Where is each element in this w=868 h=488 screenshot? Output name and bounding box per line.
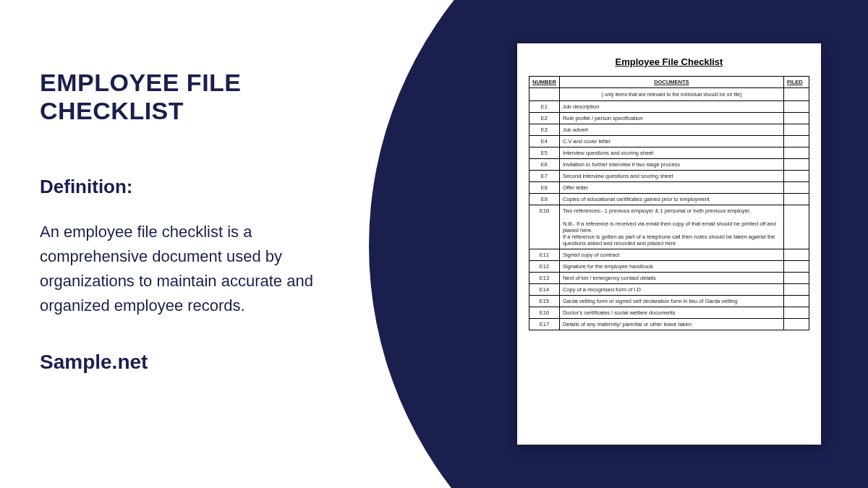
table-row: E9Copies of educational certificates gai…: [529, 194, 809, 205]
table-row: E17Details of any maternity/ parental or…: [529, 319, 809, 330]
table-row: E10Two references:- 1 previous employer …: [529, 205, 809, 249]
header-documents: DOCUMENTS: [559, 77, 783, 88]
row-filed: [784, 182, 809, 194]
page-title: EMPLOYEE FILE CHECKLIST: [40, 69, 387, 125]
table-row: E14Copy of a recognised form of I.D: [529, 284, 809, 296]
table-row: E15Garda vetting form or signed self dec…: [529, 296, 809, 307]
row-number: E9: [529, 194, 560, 205]
row-document: Details of any maternity/ parental or ot…: [559, 319, 783, 330]
doc-title: Employee File Checklist: [529, 56, 809, 67]
row-document: Two references:- 1 previous employer & 1…: [559, 205, 783, 249]
brand-name: Sample.net: [40, 351, 387, 374]
row-document: Job description: [559, 101, 783, 113]
row-number: E10: [529, 205, 560, 249]
row-number: E8: [529, 182, 560, 194]
row-filed: [784, 113, 809, 124]
left-panel: EMPLOYEE FILE CHECKLIST Definition: An e…: [40, 69, 387, 374]
row-document: C.V and cover letter: [559, 136, 783, 147]
row-filed: [784, 284, 809, 296]
row-filed: [784, 171, 809, 182]
row-document: Invitation to further interview if two s…: [559, 159, 783, 171]
row-document: Signed copy of contract: [559, 249, 783, 261]
table-row: E13Next of kin / emergency contact detai…: [529, 273, 809, 284]
row-document: Copies of educational certificates gaine…: [559, 194, 783, 205]
row-document: Garda vetting form or signed self declar…: [559, 296, 783, 307]
checklist-table: NUMBER DOCUMENTS FILED ( only items that…: [529, 76, 809, 330]
definition-label: Definition:: [40, 176, 387, 198]
row-filed: [784, 307, 809, 319]
row-number: E14: [529, 284, 560, 296]
table-row: E1Job description: [529, 101, 809, 113]
row-document: Interview questions and scoring sheet: [559, 147, 783, 159]
row-filed: [784, 261, 809, 273]
table-row: E16Doctor's certificates / social welfar…: [529, 307, 809, 319]
row-filed: [784, 194, 809, 205]
document-preview: Employee File Checklist NUMBER DOCUMENTS…: [517, 43, 821, 445]
row-document: Second interview questions and scoring s…: [559, 171, 783, 182]
table-row: E7Second interview questions and scoring…: [529, 171, 809, 182]
row-number: E15: [529, 296, 560, 307]
row-filed: [784, 136, 809, 147]
row-document: Doctor's certificates / social welfare d…: [559, 307, 783, 319]
row-number: E3: [529, 124, 560, 136]
row-document: Job advert: [559, 124, 783, 136]
table-row: E12Signature for the employee handbook: [529, 261, 809, 273]
row-filed: [784, 205, 809, 249]
table-header-row: NUMBER DOCUMENTS FILED: [529, 77, 809, 88]
row-document: Next of kin / emergency contact details: [559, 273, 783, 284]
row-number: E1: [529, 101, 560, 113]
row-number: E2: [529, 113, 560, 124]
row-filed: [784, 249, 809, 261]
row-number: E7: [529, 171, 560, 182]
row-number: E17: [529, 319, 560, 330]
row-document: Role profile / person specification: [559, 113, 783, 124]
row-filed: [784, 147, 809, 159]
header-number: NUMBER: [529, 77, 560, 88]
table-row: E6Invitation to further interview if two…: [529, 159, 809, 171]
row-filed: [784, 159, 809, 171]
row-number: E12: [529, 261, 560, 273]
row-filed: [784, 296, 809, 307]
definition-text: An employee file checklist is a comprehe…: [40, 220, 351, 318]
table-row: E5Interview questions and scoring sheet: [529, 147, 809, 159]
header-filed: FILED: [784, 77, 809, 88]
row-document: Copy of a recognised form of I.D: [559, 284, 783, 296]
table-row: E2Role profile / person specification: [529, 113, 809, 124]
table-row: E3Job advert: [529, 124, 809, 136]
table-row: E4C.V and cover letter: [529, 136, 809, 147]
row-number: E6: [529, 159, 560, 171]
row-document: Offer letter: [559, 182, 783, 194]
row-filed: [784, 101, 809, 113]
table-row: E8Offer letter: [529, 182, 809, 194]
note-cell: ( only items that are relevant to the in…: [559, 88, 783, 101]
row-number: E5: [529, 147, 560, 159]
row-number: E13: [529, 273, 560, 284]
row-filed: [784, 273, 809, 284]
row-number: E4: [529, 136, 560, 147]
row-document: Signature for the employee handbook: [559, 261, 783, 273]
row-number: E16: [529, 307, 560, 319]
row-number: E11: [529, 249, 560, 261]
note-row: ( only items that are relevant to the in…: [529, 88, 809, 101]
row-filed: [784, 319, 809, 330]
table-row: E11Signed copy of contract: [529, 249, 809, 261]
row-filed: [784, 124, 809, 136]
